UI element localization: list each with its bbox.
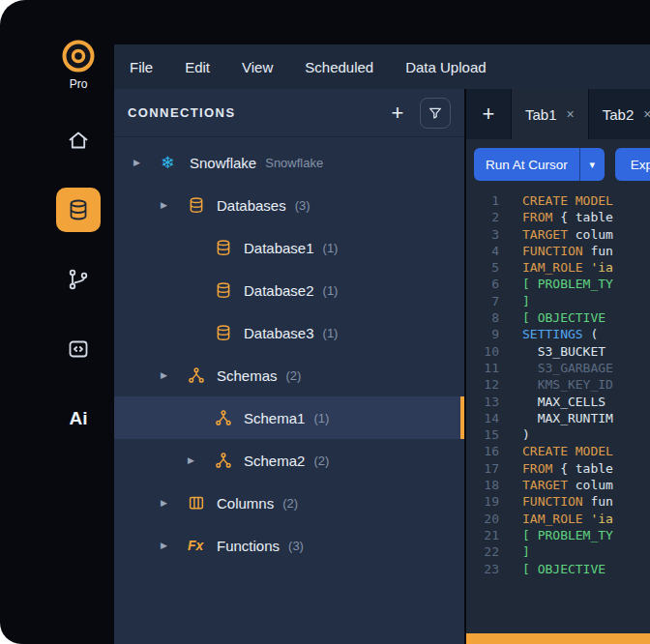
rail-item-code-snippets[interactable]	[56, 327, 101, 371]
rail-item-home[interactable]	[56, 118, 101, 162]
expand-caret-icon[interactable]: ▶	[188, 455, 215, 465]
tree-item-schema2[interactable]: ▶Schema2(2)	[114, 439, 464, 482]
code-line: 17FROM { table	[466, 460, 650, 477]
code-text: ]	[522, 543, 530, 560]
line-number: 23	[466, 561, 499, 577]
tree-item-count: (3)	[288, 539, 304, 553]
code-text: KMS_KEY_ID	[522, 376, 613, 393]
code-line: 19FUNCTION fun	[466, 493, 650, 510]
code-line: 7]	[466, 293, 650, 309]
tree-item-count: (1)	[313, 411, 329, 425]
line-number: 4	[466, 243, 499, 259]
expand-caret-icon[interactable]: ▶	[161, 370, 188, 380]
expand-caret-icon[interactable]: ▶	[133, 158, 161, 167]
code-line: 20IAM_ROLE 'ia	[466, 511, 650, 527]
tree-item-database1[interactable]: Database1(1)	[114, 226, 464, 269]
tree-item-count: (1)	[323, 326, 339, 340]
database-icon	[215, 324, 242, 341]
code-text: CREATE MODEL	[522, 192, 613, 209]
line-number: 16	[466, 443, 499, 459]
code-line: 22]	[466, 543, 650, 560]
editor-toolbar: Run At Cursor ▾ Explain	[466, 139, 650, 190]
menu-item-file[interactable]: File	[130, 59, 153, 75]
tree-item-count: (2)	[286, 368, 302, 383]
line-number: 9	[466, 326, 499, 342]
menu-item-edit[interactable]: Edit	[185, 59, 210, 75]
code-text: CREATE MODEL	[522, 443, 613, 459]
tree-item-schema1[interactable]: Schema1(1)	[114, 396, 464, 439]
snowflake-glyph: ❄	[161, 155, 174, 171]
expand-caret-icon[interactable]: ▶	[161, 200, 188, 210]
tree-item-database2[interactable]: Database2(1)	[114, 269, 464, 311]
menu-item-scheduled[interactable]: Scheduled	[305, 59, 373, 75]
expand-caret-icon[interactable]: ▶	[161, 498, 188, 508]
line-number: 7	[466, 293, 499, 309]
tab-bar: + Tab1×Tab2×	[466, 89, 650, 139]
line-number: 14	[466, 410, 499, 426]
database-icon	[67, 198, 90, 221]
tree-item-snowflake[interactable]: ▶❄SnowflakeSnowflake	[114, 141, 464, 184]
menu-item-view[interactable]: View	[242, 59, 273, 75]
filter-button[interactable]	[420, 98, 451, 129]
connections-header: CONNECTIONS +	[114, 89, 464, 137]
tab-tab1[interactable]: Tab1×	[512, 89, 589, 139]
tab-tab2[interactable]: Tab2×	[589, 89, 650, 139]
run-at-cursor-button[interactable]: Run At Cursor	[474, 148, 579, 181]
editor-panel: + Tab1×Tab2× Run At Cursor ▾ Explain 1CR…	[466, 89, 650, 644]
tree-item-label: Schema1	[244, 410, 305, 426]
app-logo: Pro	[61, 39, 96, 91]
line-number: 21	[466, 527, 499, 543]
close-icon[interactable]: ×	[643, 106, 650, 122]
menu-item-data-upload[interactable]: Data Upload	[405, 59, 486, 75]
rail-item-databases[interactable]	[56, 188, 101, 232]
line-number: 11	[466, 360, 499, 376]
schema-icon	[215, 409, 242, 426]
tree-item-label: Functions	[217, 538, 280, 554]
code-line: 5IAM_ROLE 'ia	[466, 259, 650, 276]
database-icon	[188, 196, 215, 214]
tree-item-label: Snowflake	[190, 155, 256, 171]
horizontal-scrollbar[interactable]	[466, 633, 650, 644]
left-rail: Pro	[0, 0, 114, 644]
tree-item-schemas[interactable]: ▶Schemas(2)	[114, 354, 464, 396]
functions-icon: Fx	[188, 538, 215, 553]
columns-icon	[188, 494, 215, 512]
code-line: 4FUNCTION fun	[466, 243, 650, 259]
tree-item-database3[interactable]: Database3(1)	[114, 311, 464, 354]
rail-item-ai[interactable]: Ai	[56, 396, 101, 441]
tree-item-count: (1)	[323, 241, 339, 255]
code-editor[interactable]: 1CREATE MODEL2FROM { table3TARGET colum4…	[466, 190, 650, 632]
tree-item-functions[interactable]: ▶FxFunctions(3)	[114, 524, 464, 567]
code-line: 12 KMS_KEY_ID	[466, 376, 650, 393]
tree-item-label: Schemas	[217, 367, 278, 384]
connections-tree: ▶❄SnowflakeSnowflake▶Databases(3)Databas…	[114, 137, 464, 567]
ai-icon: Ai	[70, 408, 88, 429]
code-text: [ OBJECTIVE	[522, 561, 606, 577]
app-window: Pro	[0, 0, 650, 644]
code-line: 10 S3_BUCKET	[466, 343, 650, 360]
line-number: 12	[466, 376, 499, 393]
add-connection-button[interactable]: +	[383, 99, 412, 128]
tree-item-count: (3)	[295, 198, 310, 213]
line-number: 8	[466, 309, 499, 326]
tree-item-columns[interactable]: ▶Columns(2)	[114, 482, 464, 524]
tree-item-label: Database1	[244, 240, 314, 256]
tree-item-count: (1)	[323, 283, 339, 298]
run-options-dropdown[interactable]: ▾	[579, 148, 605, 181]
tree-item-databases[interactable]: ▶Databases(3)	[114, 184, 464, 226]
tree-item-label: Databases	[217, 197, 286, 214]
new-tab-button[interactable]: +	[466, 89, 512, 139]
code-line: 1CREATE MODEL	[466, 192, 650, 209]
filter-icon	[428, 105, 443, 121]
connections-title: CONNECTIONS	[128, 105, 383, 120]
code-text: S3_GARBAGE	[522, 360, 613, 376]
code-text: FROM { table	[522, 460, 613, 477]
rail-item-schema-browser[interactable]	[56, 257, 101, 302]
run-button-group: Run At Cursor ▾	[474, 148, 605, 181]
explain-button[interactable]: Explain	[615, 148, 650, 181]
close-icon[interactable]: ×	[567, 106, 575, 122]
code-text: IAM_ROLE 'ia	[522, 511, 613, 527]
expand-caret-icon[interactable]: ▶	[161, 541, 188, 550]
code-line: 3TARGET colum	[466, 226, 650, 243]
screen: Pro	[0, 0, 650, 644]
